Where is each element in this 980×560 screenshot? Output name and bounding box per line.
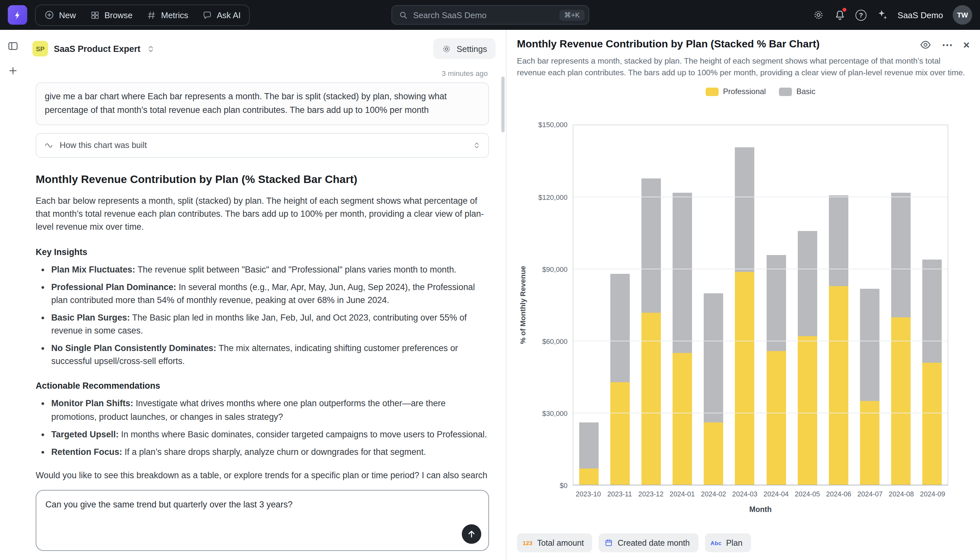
thread-sidebar-strip	[0, 30, 26, 560]
how-built-label: How this chart was built	[60, 140, 147, 150]
field-pill-created-date-month[interactable]: Created date month	[599, 533, 698, 552]
legend-label: Basic	[796, 87, 816, 97]
stacked-bar[interactable]	[891, 125, 910, 485]
bar-segment-basic[interactable]	[891, 193, 910, 317]
bar-segment-professional[interactable]	[766, 351, 786, 485]
bar-segment-professional[interactable]	[704, 423, 724, 485]
legend-label: Professional	[723, 87, 766, 97]
bar-segment-professional[interactable]	[735, 272, 755, 485]
chevron-updown-icon	[473, 141, 481, 149]
settings-button[interactable]: Settings	[433, 38, 495, 59]
response-closing: Would you like to see this breakdown as …	[36, 469, 489, 485]
settings-gear-button[interactable]	[813, 9, 824, 21]
bar-segment-professional[interactable]	[860, 401, 879, 485]
bar-segment-basic[interactable]	[673, 193, 693, 353]
bar-segment-basic[interactable]	[922, 260, 942, 363]
notifications-button[interactable]	[834, 9, 846, 21]
more-options-button[interactable]: ⋯	[942, 39, 953, 50]
stacked-bar[interactable]	[641, 125, 661, 485]
bar-segment-professional[interactable]	[610, 382, 630, 485]
workspace-name[interactable]: SaaS Demo	[898, 10, 943, 20]
bar-segment-basic[interactable]	[641, 178, 661, 312]
bar-segment-basic[interactable]	[704, 293, 724, 423]
stacked-bar[interactable]	[860, 125, 879, 485]
bar-segment-professional[interactable]	[922, 363, 942, 485]
stacked-bar[interactable]	[610, 125, 630, 485]
chat-bubble-icon	[203, 10, 213, 20]
gridline	[573, 268, 948, 269]
agent-selector[interactable]: SP SaaS Product Expert	[27, 38, 160, 59]
app-logo[interactable]	[8, 5, 27, 25]
y-tick-label: $90,000	[542, 265, 568, 273]
browse-button[interactable]: Browse	[83, 5, 140, 24]
search-icon	[398, 10, 408, 20]
bar-segment-basic[interactable]	[735, 147, 755, 272]
search-shortcut: ⌘+K	[560, 9, 585, 20]
bar-segment-professional[interactable]	[829, 286, 848, 485]
eye-icon	[920, 39, 931, 51]
legend-item[interactable]: Basic	[779, 87, 816, 97]
bar-segment-basic[interactable]	[766, 255, 786, 351]
bar-segment-basic[interactable]	[797, 231, 817, 337]
y-tick-label: $30,000	[542, 410, 568, 418]
chart-panel-header: Monthly Revenue Contribution by Plan (St…	[517, 38, 970, 51]
bar-segment-basic[interactable]	[860, 288, 879, 401]
toggle-sidebar-button[interactable]	[7, 40, 19, 52]
x-tick-label: 2023-12	[635, 490, 667, 498]
agent-name: SaaS Product Expert	[54, 44, 140, 53]
preview-eye-button[interactable]	[920, 39, 931, 51]
field-pill-plan[interactable]: Abc Plan	[705, 533, 751, 552]
grid-icon	[90, 10, 100, 20]
metrics-button[interactable]: Metrics	[140, 5, 196, 24]
bars-row	[573, 125, 948, 485]
stacked-bar[interactable]	[704, 125, 724, 485]
stacked-bar[interactable]	[673, 125, 693, 485]
stacked-bar[interactable]	[922, 125, 942, 485]
x-tick-label: 2024-09	[917, 490, 948, 498]
user-message: give me a bar chart where Each bar repre…	[36, 82, 489, 125]
user-avatar[interactable]: TW	[953, 5, 972, 25]
stacked-bar[interactable]	[797, 125, 817, 485]
message-composer[interactable]: Can you give the same trend but quarterl…	[36, 490, 489, 551]
bar-segment-professional[interactable]	[891, 317, 910, 485]
x-tick-label: 2024-04	[761, 490, 792, 498]
new-button[interactable]: New	[37, 5, 83, 24]
send-button[interactable]	[462, 524, 481, 544]
how-built-toggle[interactable]: How this chart was built	[36, 133, 489, 157]
ask-ai-button[interactable]: Ask AI	[196, 5, 248, 24]
close-panel-button[interactable]: ×	[963, 39, 970, 50]
field-pill-total-amount[interactable]: 123 Total amount	[517, 533, 592, 552]
bar-segment-professional[interactable]	[641, 312, 661, 485]
stacked-bar[interactable]	[579, 125, 599, 485]
chevron-updown-icon	[146, 45, 154, 53]
x-tick-label: 2024-07	[854, 490, 886, 498]
settings-label: Settings	[457, 44, 487, 53]
recommendations-heading: Actionable Recommendations	[36, 381, 489, 391]
chat-panel: SP SaaS Product Expert Settings 3 minute…	[26, 30, 506, 560]
message-input[interactable]: Can you give the same trend but quarterl…	[45, 499, 456, 511]
global-search[interactable]: Search SaaS Demo ⌘+K	[391, 5, 589, 25]
message-timestamp: 3 minutes ago	[37, 70, 488, 77]
list-item: Plan Mix Fluctuates: The revenue split b…	[51, 263, 489, 276]
new-thread-button[interactable]	[7, 65, 19, 77]
chart-legend: ProfessionalBasic	[573, 87, 948, 97]
bar-segment-professional[interactable]	[579, 468, 599, 485]
stacked-bar[interactable]	[766, 125, 786, 485]
help-button[interactable]: ?	[855, 9, 867, 20]
stacked-bar[interactable]	[829, 125, 848, 485]
y-tick-label: $150,000	[538, 121, 568, 129]
bar-segment-professional[interactable]	[673, 353, 693, 485]
ai-sparkles-button[interactable]	[876, 9, 888, 21]
sparkles-icon	[876, 9, 888, 21]
bar-segment-basic[interactable]	[829, 195, 848, 286]
bar-segment-basic[interactable]	[610, 274, 630, 382]
bar-segment-professional[interactable]	[797, 337, 817, 485]
bar-slot	[917, 125, 948, 485]
bar-segment-basic[interactable]	[579, 423, 599, 468]
legend-item[interactable]: Professional	[706, 87, 766, 97]
stacked-bar[interactable]	[735, 125, 755, 485]
chart-panel: Monthly Revenue Contribution by Plan (St…	[506, 30, 980, 560]
chat-scrollbar[interactable]	[502, 77, 505, 132]
x-axis-labels: 2023-102023-112023-122024-012024-022024-…	[573, 490, 948, 498]
plot-area[interactable]	[573, 125, 948, 486]
